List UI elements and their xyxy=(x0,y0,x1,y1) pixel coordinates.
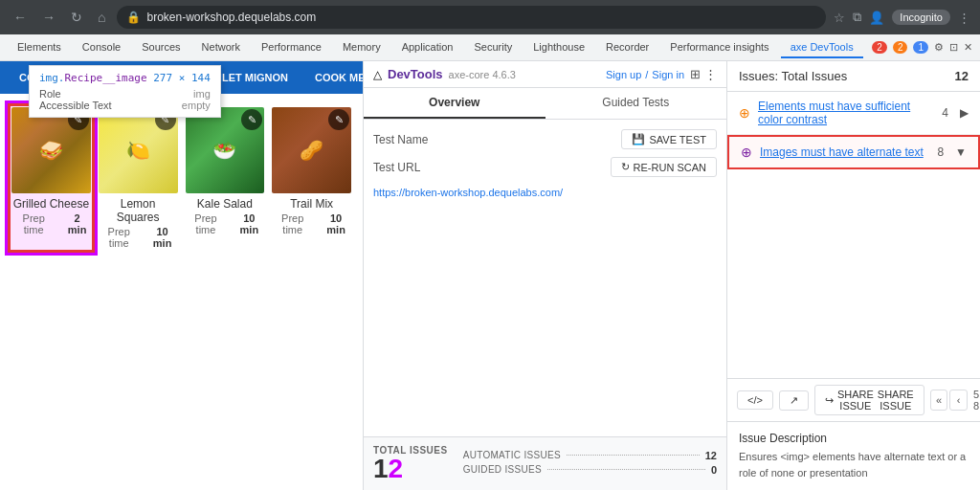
badge-blue: 1 xyxy=(913,41,928,54)
issues-summary-row: TOTAL ISSUES 12 AUTOMATIC ISSUES 12 GUID… xyxy=(373,445,717,482)
browser-chrome: ← → ↻ ⌂ 🔒 broken-workshop.dequelabs.com … xyxy=(0,0,980,34)
tooltip-accessible-text-row: Accessible Text empty xyxy=(39,100,211,111)
recipe-card-grilled-cheese[interactable]: 🥪 ✎ Grilled Cheese Prep time 2 min xyxy=(5,100,98,256)
tab-lighthouse[interactable]: Lighthouse xyxy=(523,37,594,58)
tab-sources[interactable]: Sources xyxy=(132,37,189,58)
back-button[interactable]: ← xyxy=(10,8,31,27)
home-button[interactable]: ⌂ xyxy=(94,8,109,27)
save-test-button[interactable]: 💾 SAVE TEST xyxy=(621,129,717,149)
axe-panel: Issues: Total Issues 12 ⊕ Elements must … xyxy=(727,61,980,490)
code-icon: </> xyxy=(747,394,763,406)
issues-summary: TOTAL ISSUES 12 AUTOMATIC ISSUES 12 GUID… xyxy=(364,436,726,490)
badge-orange: 2 xyxy=(893,41,908,54)
total-issues-number: 12 xyxy=(373,456,448,482)
tab-security[interactable]: Security xyxy=(464,37,522,58)
recipe-prep-trail-mix: Prep time 10 min xyxy=(272,212,351,235)
total-issues-block: TOTAL ISSUES 12 xyxy=(373,445,448,482)
add-icon[interactable]: ⊞ xyxy=(690,67,701,81)
share-icon: ↪ xyxy=(825,394,834,407)
tab-memory[interactable]: Memory xyxy=(333,37,390,58)
more-icon[interactable]: ⋮ xyxy=(704,67,717,81)
share-issue-button[interactable]: ↪ SHARE ISSUE SHARE ISSUE xyxy=(814,385,924,415)
recipe-card-kale-salad[interactable]: 🥗 ✎ Kale Salad Prep time 10 min xyxy=(182,103,269,253)
edit-icon-trail-mix[interactable]: ✎ xyxy=(328,109,349,130)
nav-item-burger[interactable]: COOK MEGA BURGER xyxy=(303,66,363,89)
issue-description-text: Ensures <img> elements have alternate te… xyxy=(739,449,969,480)
tooltip-at-value: empty xyxy=(182,100,211,111)
tooltip-role-label: Role xyxy=(39,88,61,100)
recipe-card-lemon-squares[interactable]: 🍋 ✎ Lemon Squares Prep time 10 min xyxy=(95,103,182,253)
settings-icon[interactable]: ⚙ xyxy=(934,41,944,54)
tab-axe-devtools[interactable]: axe DevTools xyxy=(781,37,863,58)
recipe-card-trail-mix[interactable]: 🥜 ✎ Trail Mix Prep time 10 min xyxy=(268,103,355,253)
tab-elements[interactable]: Elements xyxy=(8,37,71,58)
axe-panel-header: Issues: Total Issues 12 xyxy=(727,61,980,92)
issue-item-alt-text[interactable]: ⊕ Images must have alternate text 8 ▼ xyxy=(727,135,980,169)
issue-text-1[interactable]: Elements must have sufficient color cont… xyxy=(758,100,934,126)
tab-performance-insights[interactable]: Performance insights xyxy=(660,37,778,58)
test-url-link[interactable]: https://broken-workshop.dequelabs.com/ xyxy=(373,185,717,200)
prep-label-4: Prep time xyxy=(272,212,313,235)
recipe-name-kale-salad: Kale Salad xyxy=(186,197,265,211)
devtools-sidebar: △ DevTools axe-core 4.6.3 Sign up / Sign… xyxy=(364,61,727,490)
tab-recorder[interactable]: Recorder xyxy=(596,37,658,58)
webpage-preview: img.Recipe__image 277 × 144 Role img Acc… xyxy=(0,61,364,490)
issue-expand-2[interactable]: ▼ xyxy=(955,145,967,159)
prep-time-2: 10 min xyxy=(147,226,178,249)
tab-console[interactable]: Console xyxy=(73,37,130,58)
axe-panel-total: 12 xyxy=(955,69,969,83)
automatic-issues-row: AUTOMATIC ISSUES 12 xyxy=(463,450,717,461)
issues-breakdown: AUTOMATIC ISSUES 12 GUIDED ISSUES 0 xyxy=(463,450,717,479)
issue-expand-1[interactable]: ▶ xyxy=(960,106,969,120)
tab-performance[interactable]: Performance xyxy=(252,37,331,58)
pagination: « ‹ 5 of 8 › » xyxy=(930,389,980,412)
main-content: img.Recipe__image 277 × 144 Role img Acc… xyxy=(0,61,980,490)
tab-network[interactable]: Network xyxy=(192,37,250,58)
forward-button[interactable]: → xyxy=(38,8,59,27)
lock-icon: 🔒 xyxy=(126,11,141,24)
extensions-icon[interactable]: ⧉ xyxy=(853,10,861,25)
prep-time-4: 10 min xyxy=(321,212,351,235)
devtools-tab-icons: 2 2 1 ⚙ ⊡ ✕ xyxy=(872,41,972,54)
signup-link[interactable]: Sign up xyxy=(606,69,641,80)
dock-icon[interactable]: ⊡ xyxy=(949,41,958,54)
reload-button[interactable]: ↻ xyxy=(67,8,86,27)
refresh-icon: ↻ xyxy=(621,161,630,173)
tab-application[interactable]: Application xyxy=(392,37,463,58)
recipe-prep-lemon-squares: Prep time 10 min xyxy=(99,226,178,249)
axe-logo-text: DevTools xyxy=(388,67,443,81)
sidebar-content: Test Name 💾 SAVE TEST Test URL ↻ RE-RUN … xyxy=(364,120,726,436)
recipe-prep-kale-salad: Prep time 10 min xyxy=(186,212,265,235)
menu-icon[interactable]: ⋮ xyxy=(958,11,970,25)
external-link-button[interactable]: ↗ xyxy=(779,390,809,411)
badge-red: 2 xyxy=(872,41,887,54)
prep-time-3: 10 min xyxy=(234,212,264,235)
devtools-panel: △ DevTools axe-core 4.6.3 Sign up / Sign… xyxy=(364,61,980,490)
tooltip-role-row: Role img xyxy=(39,88,211,100)
tooltip-dimensions: 277 × 144 xyxy=(147,72,211,84)
address-bar[interactable]: 🔒 broken-workshop.dequelabs.com xyxy=(117,6,826,29)
issue-text-2[interactable]: Images must have alternate text xyxy=(760,145,929,159)
issue-count-2: 8 xyxy=(937,145,944,159)
code-button[interactable]: </> xyxy=(737,390,773,410)
devtools-icons: ⊞ ⋮ xyxy=(690,67,717,81)
issue-icon-2: ⊕ xyxy=(741,145,752,160)
profile-icon[interactable]: 👤 xyxy=(869,11,884,25)
recipe-name-lemon-squares: Lemon Squares xyxy=(99,197,178,224)
close-icon[interactable]: ✕ xyxy=(964,41,972,54)
page-info: 5 of 8 xyxy=(969,389,980,412)
guided-issues-label: GUIDED ISSUES xyxy=(463,464,542,475)
recipe-name-grilled-cheese: Grilled Cheese xyxy=(11,197,91,211)
tab-overview[interactable]: Overview xyxy=(364,88,546,119)
recipe-prep-grilled-cheese: Prep time 2 min xyxy=(11,212,91,235)
tooltip-class: Recipe__image xyxy=(65,72,147,84)
first-page-btn[interactable]: « xyxy=(930,390,948,411)
issue-item-color-contrast[interactable]: ⊕ Elements must have sufficient color co… xyxy=(727,92,980,135)
tooltip-tag: img. xyxy=(39,72,65,84)
re-run-scan-button[interactable]: ↻ RE-RUN SCAN xyxy=(611,157,717,177)
prev-page-btn[interactable]: ‹ xyxy=(949,390,968,411)
tab-guided-tests[interactable]: Guided Tests xyxy=(546,88,727,119)
signin-link[interactable]: Sign in xyxy=(652,69,684,80)
star-icon[interactable]: ☆ xyxy=(834,11,845,25)
test-url-label: Test URL xyxy=(373,161,440,174)
